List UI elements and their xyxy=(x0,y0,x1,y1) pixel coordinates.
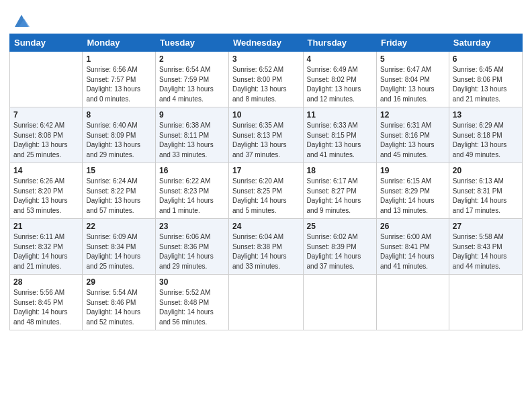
day-info: Sunrise: 6:24 AMSunset: 8:22 PMDaylight:… xyxy=(86,177,152,216)
day-cell xyxy=(376,275,449,330)
day-cell: 14Sunrise: 6:26 AMSunset: 8:20 PMDayligh… xyxy=(10,163,83,219)
day-info: Sunrise: 6:20 AMSunset: 8:25 PMDaylight:… xyxy=(232,177,300,216)
day-cell: 19Sunrise: 6:15 AMSunset: 8:29 PMDayligh… xyxy=(376,163,449,219)
page-container: SundayMondayTuesdayWednesdayThursdayFrid… xyxy=(0,0,532,340)
day-cell: 30Sunrise: 5:52 AMSunset: 8:48 PMDayligh… xyxy=(156,275,229,330)
day-cell: 20Sunrise: 6:13 AMSunset: 8:31 PMDayligh… xyxy=(449,163,522,219)
day-info: Sunrise: 6:54 AMSunset: 7:59 PMDaylight:… xyxy=(159,65,225,104)
day-number: 9 xyxy=(159,110,225,120)
day-info: Sunrise: 6:29 AMSunset: 8:18 PMDaylight:… xyxy=(453,121,519,160)
day-cell: 21Sunrise: 6:11 AMSunset: 8:32 PMDayligh… xyxy=(10,219,83,275)
weekday-header-tuesday: Tuesday xyxy=(156,34,229,52)
day-number: 15 xyxy=(86,166,152,175)
day-number: 14 xyxy=(13,166,79,175)
day-cell: 26Sunrise: 6:00 AMSunset: 8:41 PMDayligh… xyxy=(376,219,449,275)
day-number: 17 xyxy=(232,166,300,175)
day-number: 22 xyxy=(86,222,152,231)
day-cell: 18Sunrise: 6:17 AMSunset: 8:27 PMDayligh… xyxy=(303,163,376,219)
weekday-header-sunday: Sunday xyxy=(10,34,83,52)
day-number: 10 xyxy=(232,110,300,120)
day-number: 5 xyxy=(380,54,445,64)
week-row-1: 1Sunrise: 6:56 AMSunset: 7:57 PMDaylight… xyxy=(10,52,523,107)
day-cell: 17Sunrise: 6:20 AMSunset: 8:25 PMDayligh… xyxy=(228,163,303,219)
day-cell: 27Sunrise: 5:58 AMSunset: 8:43 PMDayligh… xyxy=(449,219,522,275)
day-cell: 29Sunrise: 5:54 AMSunset: 8:46 PMDayligh… xyxy=(83,275,156,330)
day-number: 25 xyxy=(307,222,373,231)
day-cell: 22Sunrise: 6:09 AMSunset: 8:34 PMDayligh… xyxy=(83,219,156,275)
day-info: Sunrise: 6:45 AMSunset: 8:06 PMDaylight:… xyxy=(453,65,519,104)
weekday-header-thursday: Thursday xyxy=(303,34,376,52)
day-number: 28 xyxy=(13,277,79,287)
day-number: 3 xyxy=(232,54,300,64)
day-info: Sunrise: 6:38 AMSunset: 8:11 PMDaylight:… xyxy=(159,121,225,160)
day-cell: 25Sunrise: 6:02 AMSunset: 8:39 PMDayligh… xyxy=(303,219,376,275)
day-cell: 9Sunrise: 6:38 AMSunset: 8:11 PMDaylight… xyxy=(156,107,229,163)
day-number: 4 xyxy=(307,54,373,64)
calendar-table: SundayMondayTuesdayWednesdayThursdayFrid… xyxy=(9,34,523,330)
day-info: Sunrise: 6:13 AMSunset: 8:31 PMDaylight:… xyxy=(453,177,519,216)
day-number: 16 xyxy=(159,166,225,175)
day-info: Sunrise: 6:00 AMSunset: 8:41 PMDaylight:… xyxy=(380,232,445,271)
day-cell xyxy=(449,275,522,330)
day-info: Sunrise: 6:17 AMSunset: 8:27 PMDaylight:… xyxy=(307,177,373,216)
day-cell: 4Sunrise: 6:49 AMSunset: 8:02 PMDaylight… xyxy=(303,52,376,107)
day-info: Sunrise: 6:22 AMSunset: 8:23 PMDaylight:… xyxy=(159,177,225,216)
week-row-4: 21Sunrise: 6:11 AMSunset: 8:32 PMDayligh… xyxy=(10,219,523,275)
day-info: Sunrise: 6:49 AMSunset: 8:02 PMDaylight:… xyxy=(307,65,373,104)
day-info: Sunrise: 6:09 AMSunset: 8:34 PMDaylight:… xyxy=(86,232,152,271)
day-cell: 16Sunrise: 6:22 AMSunset: 8:23 PMDayligh… xyxy=(156,163,229,219)
day-number: 26 xyxy=(380,222,445,231)
day-cell: 11Sunrise: 6:33 AMSunset: 8:15 PMDayligh… xyxy=(303,107,376,163)
day-number: 19 xyxy=(380,166,445,175)
day-info: Sunrise: 6:04 AMSunset: 8:38 PMDaylight:… xyxy=(232,232,300,271)
day-cell xyxy=(303,275,376,330)
day-number: 2 xyxy=(159,54,225,64)
weekday-header-monday: Monday xyxy=(83,34,156,52)
day-info: Sunrise: 5:52 AMSunset: 8:48 PMDaylight:… xyxy=(159,288,225,327)
day-info: Sunrise: 6:42 AMSunset: 8:08 PMDaylight:… xyxy=(13,121,79,160)
day-number: 13 xyxy=(453,110,519,120)
day-info: Sunrise: 5:58 AMSunset: 8:43 PMDaylight:… xyxy=(453,232,519,271)
day-number: 12 xyxy=(380,110,445,120)
weekday-header-saturday: Saturday xyxy=(449,34,522,52)
header xyxy=(9,7,523,30)
day-number: 6 xyxy=(453,54,519,64)
day-number: 18 xyxy=(307,166,373,175)
day-cell: 3Sunrise: 6:52 AMSunset: 8:00 PMDaylight… xyxy=(228,52,303,107)
day-info: Sunrise: 6:40 AMSunset: 8:09 PMDaylight:… xyxy=(86,121,152,160)
day-info: Sunrise: 6:31 AMSunset: 8:16 PMDaylight:… xyxy=(380,121,445,160)
day-cell: 28Sunrise: 5:56 AMSunset: 8:45 PMDayligh… xyxy=(10,275,83,330)
day-number: 24 xyxy=(232,222,300,231)
day-info: Sunrise: 6:33 AMSunset: 8:15 PMDaylight:… xyxy=(307,121,373,160)
day-number: 30 xyxy=(159,277,225,287)
day-info: Sunrise: 6:52 AMSunset: 8:00 PMDaylight:… xyxy=(232,65,300,104)
day-cell: 24Sunrise: 6:04 AMSunset: 8:38 PMDayligh… xyxy=(228,219,303,275)
day-number: 27 xyxy=(453,222,519,231)
week-row-2: 7Sunrise: 6:42 AMSunset: 8:08 PMDaylight… xyxy=(10,107,523,163)
day-number: 11 xyxy=(307,110,373,120)
day-number: 20 xyxy=(453,166,519,175)
day-cell: 8Sunrise: 6:40 AMSunset: 8:09 PMDaylight… xyxy=(83,107,156,163)
day-number: 29 xyxy=(86,277,152,287)
day-info: Sunrise: 6:47 AMSunset: 8:04 PMDaylight:… xyxy=(380,65,445,104)
day-info: Sunrise: 6:15 AMSunset: 8:29 PMDaylight:… xyxy=(380,177,445,216)
day-cell: 23Sunrise: 6:06 AMSunset: 8:36 PMDayligh… xyxy=(156,219,229,275)
day-cell xyxy=(10,52,83,107)
day-info: Sunrise: 6:26 AMSunset: 8:20 PMDaylight:… xyxy=(13,177,79,216)
day-info: Sunrise: 6:35 AMSunset: 8:13 PMDaylight:… xyxy=(232,121,300,160)
day-number: 7 xyxy=(13,110,79,120)
logo-icon xyxy=(12,11,31,30)
day-info: Sunrise: 6:02 AMSunset: 8:39 PMDaylight:… xyxy=(307,232,373,271)
week-row-3: 14Sunrise: 6:26 AMSunset: 8:20 PMDayligh… xyxy=(10,163,523,219)
day-cell: 1Sunrise: 6:56 AMSunset: 7:57 PMDaylight… xyxy=(83,52,156,107)
day-cell: 15Sunrise: 6:24 AMSunset: 8:22 PMDayligh… xyxy=(83,163,156,219)
day-cell: 2Sunrise: 6:54 AMSunset: 7:59 PMDaylight… xyxy=(156,52,229,107)
day-info: Sunrise: 5:54 AMSunset: 8:46 PMDaylight:… xyxy=(86,288,152,327)
day-cell: 7Sunrise: 6:42 AMSunset: 8:08 PMDaylight… xyxy=(10,107,83,163)
weekday-header-friday: Friday xyxy=(376,34,449,52)
day-number: 23 xyxy=(159,222,225,231)
day-number: 1 xyxy=(86,54,152,64)
day-cell: 12Sunrise: 6:31 AMSunset: 8:16 PMDayligh… xyxy=(376,107,449,163)
day-number: 21 xyxy=(13,222,79,231)
logo xyxy=(9,9,31,30)
